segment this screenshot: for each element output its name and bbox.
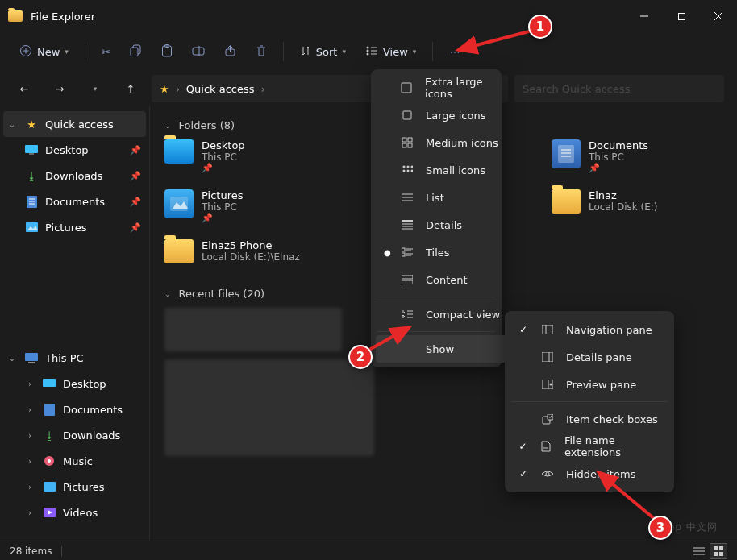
desktop-folder-icon <box>164 139 194 164</box>
details-icon <box>400 220 414 230</box>
sm-icons-icon <box>400 164 414 176</box>
menu-item-content[interactable]: Content <box>376 266 521 293</box>
menu-item-preview-pane[interactable]: Preview pane <box>510 371 679 398</box>
svg-rect-75 <box>402 275 413 279</box>
show-submenu: ✓Navigation pane Details pane Preview pa… <box>505 311 674 492</box>
sidebar-item-pc-pictures[interactable]: ›Pictures <box>0 474 149 500</box>
details-view-toggle[interactable] <box>690 543 708 559</box>
folder-item-elnaz[interactable]: ElnazLocal Disk (E:) <box>552 189 721 223</box>
sidebar-item-pc-desktop[interactable]: ›Desktop <box>0 371 149 396</box>
pin-icon: 📌 <box>202 163 245 173</box>
folder-item-documents[interactable]: DocumentsThis PC📌 <box>552 139 721 173</box>
menu-item-medium-icons[interactable]: Medium icons <box>376 129 521 156</box>
folder-item-elnaz5-phone[interactable]: Elnaz5 PhoneLocal Disk (E:)\Elnaz <box>164 239 334 263</box>
recent-file-item[interactable] <box>164 359 374 456</box>
sidebar-item-downloads[interactable]: ⭳Downloads📌 <box>0 163 149 189</box>
sort-button[interactable]: Sort ▾ <box>292 37 354 66</box>
menu-item-small-icons[interactable]: Small icons <box>376 156 521 184</box>
svg-point-56 <box>403 166 406 168</box>
sidebar: ⌄ ★ Quick access Desktop📌 ⭳Downloads📌 Do… <box>0 106 150 541</box>
svg-rect-41 <box>170 197 188 211</box>
rename-button[interactable] <box>184 37 213 66</box>
check-icon: ✓ <box>518 324 529 335</box>
star-icon: ★ <box>24 118 39 131</box>
svg-rect-29 <box>28 362 35 363</box>
share-button[interactable] <box>216 37 244 66</box>
svg-rect-69 <box>402 248 405 251</box>
md-icons-icon <box>400 137 414 148</box>
sidebar-item-pc-music[interactable]: ›Music <box>0 448 149 474</box>
svg-point-16 <box>366 49 368 52</box>
svg-point-33 <box>48 459 51 463</box>
hidden-icon <box>540 469 555 479</box>
maximize-button[interactable] <box>663 0 700 32</box>
back-button[interactable]: ← <box>10 74 39 103</box>
sidebar-item-quick-access[interactable]: ⌄ ★ Quick access <box>3 111 146 137</box>
svg-rect-76 <box>402 280 413 284</box>
more-button[interactable]: ⋯ <box>441 37 468 66</box>
view-icon <box>365 45 378 59</box>
menu-item-details[interactable]: Details <box>376 211 521 239</box>
paste-button[interactable] <box>153 37 181 66</box>
menu-item-extra-large-icons[interactable]: Extra large icons <box>376 74 521 102</box>
pin-icon: 📌 <box>130 222 141 233</box>
sidebar-item-pc-documents[interactable]: ›Documents <box>0 396 149 422</box>
recent-file-item[interactable] <box>164 308 342 351</box>
folder-item-pictures[interactable]: PicturesThis PC📌 <box>164 189 334 223</box>
checkbox-icon <box>540 414 555 425</box>
svg-point-60 <box>407 170 410 172</box>
svg-point-14 <box>366 46 368 48</box>
copy-button[interactable] <box>122 37 150 66</box>
breadcrumb-item[interactable]: Quick access <box>186 83 255 95</box>
sidebar-item-this-pc[interactable]: ⌄ This PC <box>0 345 149 371</box>
svg-rect-47 <box>719 546 723 550</box>
sidebar-item-pc-downloads[interactable]: ›⭳Downloads <box>0 422 149 448</box>
history-button[interactable]: ▾ <box>81 74 110 103</box>
svg-rect-20 <box>25 145 38 153</box>
sidebar-item-pc-videos[interactable]: ›Videos <box>0 500 149 525</box>
video-icon <box>42 508 56 517</box>
menu-item-item-check-boxes[interactable]: Item check boxes <box>510 405 679 433</box>
menu-item-navigation-pane[interactable]: ✓Navigation pane <box>510 316 679 343</box>
menu-item-show[interactable]: Show› <box>376 335 521 363</box>
menu-item-file-name-extensions[interactable]: ✓File name extensions <box>510 433 679 460</box>
svg-rect-46 <box>714 546 718 550</box>
new-button[interactable]: New ▾ <box>11 37 77 66</box>
menu-item-large-icons[interactable]: Large icons <box>376 102 521 129</box>
close-button[interactable] <box>700 0 737 32</box>
thumbnail-view-toggle[interactable] <box>710 543 727 559</box>
svg-rect-11 <box>193 48 204 55</box>
toolbar: New ▾ ✂ Sort ▾ View ▾ ⋯ <box>0 32 737 71</box>
annotation-3: 3 <box>648 516 672 540</box>
svg-rect-48 <box>714 552 718 556</box>
chevron-down-icon: ▾ <box>413 48 417 56</box>
pin-icon: 📌 <box>202 213 243 223</box>
xl-icons-icon <box>400 82 414 93</box>
menu-item-details-pane[interactable]: Details pane <box>510 343 679 371</box>
sidebar-item-documents[interactable]: Documents📌 <box>0 189 149 214</box>
sidebar-item-desktop[interactable]: Desktop📌 <box>0 137 149 163</box>
delete-button[interactable] <box>248 37 275 66</box>
folder-item-desktop[interactable]: DesktopThis PC📌 <box>164 139 334 173</box>
minimize-button[interactable] <box>626 0 663 32</box>
star-icon: ★ <box>160 83 169 95</box>
delete-icon <box>256 44 267 60</box>
search-box[interactable]: Search Quick access <box>514 75 724 102</box>
content-icon <box>400 275 414 284</box>
menu-item-compact-view[interactable]: Compact view <box>376 301 521 328</box>
sidebar-item-pictures[interactable]: Pictures📌 <box>0 214 149 240</box>
forward-button[interactable]: → <box>45 74 74 103</box>
menu-item-list[interactable]: List <box>376 184 521 211</box>
pin-icon: 📌 <box>130 145 141 156</box>
chevron-right-icon: › <box>24 380 35 388</box>
menu-item-tiles[interactable]: ●Tiles <box>376 239 521 266</box>
svg-rect-51 <box>403 111 411 119</box>
pictures-folder-icon <box>164 189 194 218</box>
up-button[interactable]: ↑ <box>116 74 145 103</box>
rename-icon <box>192 45 205 59</box>
menu-item-hidden-items[interactable]: ✓Hidden items <box>510 460 679 487</box>
svg-rect-52 <box>402 138 406 142</box>
copy-icon <box>130 44 142 59</box>
view-button[interactable]: View ▾ <box>357 37 424 66</box>
cut-button[interactable]: ✂ <box>94 37 119 66</box>
